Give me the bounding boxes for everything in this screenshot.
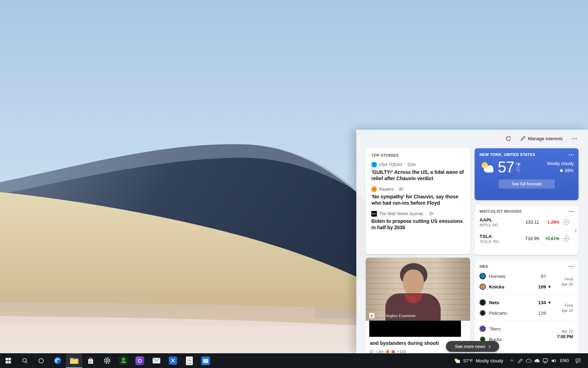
game-row[interactable]: Hornets 97 Knicks 109 Final Apr 20 — [479, 268, 574, 295]
app-can-label: CAN — [121, 361, 126, 364]
usa-today-icon — [371, 162, 377, 168]
taskbar-tray: 57°F Mostly cloudy — [449, 353, 588, 368]
pencil-icon — [520, 136, 525, 141]
team-score: 134 — [534, 300, 546, 305]
onedrive-personal-button[interactable] — [533, 353, 541, 368]
story-item[interactable]: Reuters · 3h 'No sympathy' for Chauvin, … — [371, 186, 464, 206]
weather-condition: Mostly cloudy — [547, 161, 574, 166]
volume-button[interactable] — [550, 353, 558, 368]
add-to-watchlist-button[interactable] — [564, 236, 569, 241]
precipitation-value: 89% — [565, 168, 574, 173]
like-label[interactable]: Like — [377, 349, 384, 353]
story-headline: 'No sympathy' for Chauvin, say those who… — [371, 193, 464, 206]
file-explorer-button[interactable] — [66, 353, 82, 368]
team-row: Knicks 109 — [479, 281, 550, 292]
see-full-forecast-button[interactable]: See full forecast — [499, 179, 555, 189]
start-button[interactable] — [0, 353, 16, 368]
news-and-interests-panel: Manage interests TOP STORIES USA TODAY ·… — [356, 130, 588, 353]
weather-more-options-button[interactable] — [569, 154, 574, 155]
manage-interests-label: Manage interests — [528, 136, 563, 141]
team-name: Knicks — [489, 284, 534, 289]
taskbar-weather-button[interactable]: 57°F Mostly cloudy — [449, 353, 507, 368]
team-name: Hornets — [489, 274, 534, 279]
stock-symbol: AAPL — [479, 217, 516, 223]
app-purple-button[interactable] — [132, 353, 148, 368]
hidden-icons-button[interactable] — [507, 353, 516, 368]
action-center-button[interactable] — [571, 353, 584, 368]
manage-interests-button[interactable]: Manage interests — [519, 135, 564, 142]
winner-marker — [546, 285, 550, 288]
stock-row[interactable]: TSLA TESLA, INC. 718.99 +0.61% — [479, 231, 574, 246]
sixers-logo-icon — [479, 326, 486, 332]
mail-button[interactable] — [148, 353, 164, 368]
onedrive-button[interactable] — [524, 353, 533, 368]
app-can-glyph — [122, 357, 125, 361]
settings-button[interactable] — [99, 353, 115, 368]
refresh-button[interactable] — [504, 135, 513, 142]
stock-symbol: TSLA — [479, 234, 516, 239]
store-icon — [87, 357, 94, 364]
more-options-icon — [569, 266, 574, 267]
meta-separator: · — [396, 187, 397, 192]
edge-button[interactable] — [49, 353, 66, 368]
fire-reaction-icon — [385, 349, 390, 353]
mail-icon — [152, 357, 161, 364]
more-options-icon — [569, 154, 574, 155]
story-time: 52m — [407, 162, 415, 167]
refresh-icon — [505, 136, 511, 142]
unit-celsius[interactable]: °C — [516, 169, 520, 172]
stock-change: +0.61% — [539, 236, 559, 241]
meta-separator: · — [426, 211, 427, 216]
partly-cloudy-icon — [479, 161, 495, 173]
stock-row[interactable]: AAPL APPLE INC. 133.11 -1.28% — [479, 214, 574, 230]
panel-more-options-button[interactable] — [570, 137, 578, 140]
team-row: Pelicans 129 — [479, 308, 550, 318]
watchlist-more-options-button[interactable] — [569, 211, 574, 212]
chevron-right-icon — [573, 229, 577, 232]
game-date: Apr 22 — [562, 329, 573, 333]
tray-pen-button[interactable] — [516, 353, 524, 368]
story-source: The Wall Street Journal. — [379, 211, 424, 216]
story-item[interactable]: USA TODAY · 52m 'GUILTY!' Across the US,… — [371, 162, 464, 182]
stock-price: 133.11 — [516, 219, 539, 225]
network-icon — [542, 358, 548, 363]
gear-icon — [103, 357, 111, 364]
app-can-button[interactable]: CAN — [115, 353, 132, 368]
see-more-news-button[interactable]: See more news — [446, 341, 499, 352]
cloud-icon — [526, 359, 532, 363]
speaker-icon — [551, 358, 556, 363]
notepad-icon — [186, 356, 193, 365]
more-options-icon — [572, 138, 577, 139]
game-row[interactable]: Nets 134 Pelicans 129 Final Apr 20 — [479, 295, 574, 321]
unit-fahrenheit[interactable]: °F — [516, 162, 520, 168]
story-time: 3h — [399, 187, 403, 192]
team-row: Nets 134 — [479, 297, 550, 308]
nba-more-options-button[interactable] — [569, 266, 574, 267]
app-monitor-icon — [201, 356, 210, 365]
story-headline: Biden to propose cutting US emissions in… — [371, 218, 464, 231]
thumbs-up-icon[interactable] — [370, 349, 374, 353]
add-to-watchlist-button[interactable] — [564, 219, 569, 225]
app-monitor-button[interactable] — [197, 353, 214, 368]
app-x-button[interactable] — [164, 353, 181, 368]
weather-card[interactable]: NEW YORK, UNITED STATES 57 °F °C Mostly … — [475, 148, 579, 200]
story-item[interactable]: WSJ The Wall Street Journal. · 2h Biden … — [371, 211, 464, 231]
notepad-button[interactable] — [181, 353, 197, 368]
network-button[interactable] — [541, 353, 550, 368]
file-explorer-icon — [70, 357, 79, 364]
video-source-label: Washington Examiner — [377, 314, 416, 318]
story-source: USA TODAY — [379, 162, 402, 167]
washington-examiner-icon: E — [369, 313, 374, 318]
search-button[interactable] — [16, 353, 33, 368]
video-story-card[interactable]: E Washington Examiner and bystanders dur… — [366, 258, 470, 353]
language-indicator[interactable]: ENG — [558, 353, 571, 368]
team-row: Hornets 97 — [479, 271, 550, 281]
reuters-icon — [371, 186, 377, 192]
cortana-button[interactable] — [33, 353, 49, 368]
pelicans-logo-icon — [479, 310, 486, 316]
nba-scores-card: NBA Hornets 97 Knicks 109 — [475, 260, 579, 353]
game-date: Apr 20 — [562, 282, 573, 286]
microsoft-store-button[interactable] — [82, 353, 99, 368]
redacted-caption-bar — [369, 321, 461, 337]
watchlist-next-button[interactable] — [572, 228, 578, 233]
